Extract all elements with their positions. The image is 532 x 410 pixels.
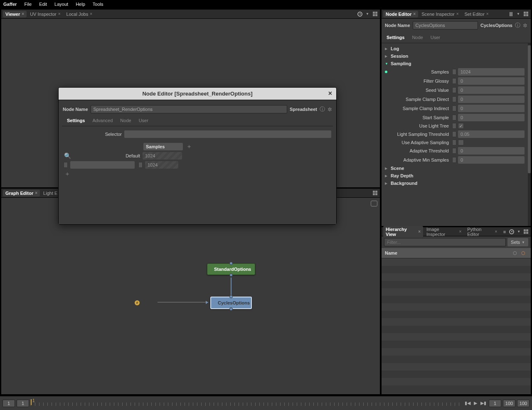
- tab-graph-editor[interactable]: Graph Editor×: [3, 190, 40, 196]
- param-enable[interactable]: [452, 157, 456, 163]
- row-cell[interactable]: 1024: [145, 161, 178, 169]
- row-enable[interactable]: [64, 162, 68, 168]
- section-scene[interactable]: ▶Scene: [383, 164, 525, 172]
- cell-enable[interactable]: [138, 162, 143, 168]
- param-input[interactable]: 0: [458, 156, 525, 164]
- dropdown-icon[interactable]: ▼: [516, 228, 522, 235]
- subtab-node[interactable]: Node: [119, 117, 132, 124]
- param-input[interactable]: 0: [458, 96, 525, 103]
- param-enable[interactable]: [452, 87, 456, 93]
- tab-uv-inspector[interactable]: UV Inspector×: [27, 11, 63, 17]
- row-name-input[interactable]: [70, 161, 135, 169]
- menu-tools[interactable]: Tools: [93, 2, 103, 7]
- timeline-track[interactable]: [31, 399, 462, 408]
- frame-start-input[interactable]: [2, 400, 15, 407]
- param-checkbox[interactable]: [458, 140, 464, 145]
- graph-canvas[interactable]: StandardOptions CyclesOptions #: [1, 198, 380, 394]
- param-enable[interactable]: [452, 131, 456, 137]
- tab-set-editor[interactable]: Set Editor×: [462, 11, 491, 17]
- close-icon[interactable]: ×: [35, 191, 37, 195]
- close-icon[interactable]: ×: [413, 12, 416, 16]
- subtab-user[interactable]: User: [430, 34, 441, 41]
- frame-end-input[interactable]: [503, 400, 515, 407]
- close-icon[interactable]: ×: [456, 12, 459, 16]
- column-name[interactable]: Name: [385, 250, 511, 255]
- subtab-advanced[interactable]: Advanced: [91, 117, 113, 124]
- param-enable[interactable]: [452, 96, 456, 102]
- layout-icon[interactable]: [372, 190, 378, 196]
- subtab-user[interactable]: User: [138, 117, 149, 124]
- param-checkbox[interactable]: ✓: [458, 123, 464, 129]
- dialog-title[interactable]: Node Editor [Spreadsheet_RenderOptions] …: [59, 88, 336, 100]
- selector-input[interactable]: [124, 130, 331, 138]
- param-input[interactable]: 0: [458, 86, 525, 94]
- param-enable[interactable]: [452, 115, 456, 120]
- close-icon[interactable]: ×: [22, 12, 24, 16]
- param-input[interactable]: 0: [458, 77, 525, 85]
- frame-current-input[interactable]: [17, 400, 29, 407]
- frame-in-input[interactable]: [489, 400, 501, 407]
- tab-light-editor[interactable]: Light E: [41, 190, 60, 196]
- menu-edit[interactable]: Edit: [39, 2, 47, 7]
- node-cycles-options[interactable]: CyclesOptions #: [210, 297, 252, 309]
- geometry-icon[interactable]: ⬡: [511, 250, 519, 256]
- section-ray-depth[interactable]: ▶Ray Depth: [383, 172, 525, 179]
- collapse-icon[interactable]: [507, 11, 514, 17]
- param-input[interactable]: 0: [458, 105, 525, 112]
- target-icon[interactable]: [357, 11, 363, 17]
- dropdown-icon[interactable]: ▼: [364, 11, 371, 17]
- section-background[interactable]: ▶Background: [383, 179, 525, 187]
- gear-icon[interactable]: ✲: [523, 22, 527, 29]
- param-input[interactable]: 0.05: [458, 130, 525, 138]
- menu-file[interactable]: File: [24, 2, 32, 7]
- close-icon[interactable]: ×: [486, 12, 489, 16]
- menu-layout[interactable]: Layout: [54, 2, 68, 7]
- layout-icon[interactable]: [372, 11, 378, 17]
- menu-help[interactable]: Help: [76, 2, 85, 7]
- frame-out-input[interactable]: [517, 400, 530, 407]
- param-input[interactable]: 0: [458, 114, 525, 121]
- close-icon[interactable]: ×: [418, 229, 421, 234]
- param-enable[interactable]: [452, 148, 456, 154]
- section-session[interactable]: ▶Session: [383, 52, 525, 60]
- visibility-icon[interactable]: ⬡: [519, 250, 527, 256]
- sets-dropdown[interactable]: Sets▼: [507, 238, 528, 246]
- param-input[interactable]: 1024: [458, 68, 525, 76]
- param-enable[interactable]: [452, 69, 456, 75]
- close-icon[interactable]: ×: [495, 229, 497, 234]
- tab-local-jobs[interactable]: Local Jobs×: [64, 11, 95, 17]
- search-icon[interactable]: 🔍: [64, 152, 71, 159]
- close-icon[interactable]: ×: [328, 90, 332, 97]
- node-standard-options[interactable]: StandardOptions: [207, 263, 255, 275]
- add-column-icon[interactable]: ＋: [185, 143, 193, 150]
- column-header-samples[interactable]: Samples: [143, 143, 183, 150]
- layout-icon[interactable]: [522, 11, 529, 17]
- param-enable[interactable]: [452, 78, 456, 84]
- subtab-node[interactable]: Node: [411, 34, 424, 41]
- close-icon[interactable]: ×: [90, 12, 92, 16]
- skip-back-icon[interactable]: ▮◀: [464, 400, 471, 406]
- gear-icon[interactable]: ✲: [328, 106, 332, 113]
- tab-hierarchy-view[interactable]: Hierarchy View×: [383, 226, 423, 238]
- section-sampling[interactable]: ▼Sampling: [383, 60, 525, 67]
- tab-image-inspector[interactable]: Image Inspector×: [424, 226, 464, 238]
- add-row-icon[interactable]: ＋: [64, 170, 71, 178]
- hierarchy-list[interactable]: [382, 258, 531, 394]
- param-enable[interactable]: [452, 106, 456, 111]
- list-icon[interactable]: ≡: [501, 228, 507, 235]
- skip-fwd-icon[interactable]: ▶▮: [480, 400, 487, 406]
- close-icon[interactable]: ×: [58, 12, 61, 16]
- tab-python-editor[interactable]: Python Editor×: [465, 226, 500, 238]
- default-cell[interactable]: 1024: [143, 152, 182, 160]
- section-log[interactable]: ▶Log: [383, 45, 525, 52]
- playhead[interactable]: [31, 399, 32, 405]
- param-input[interactable]: 0: [458, 147, 525, 155]
- close-icon[interactable]: ×: [459, 229, 461, 234]
- dropdown-icon[interactable]: ▼: [515, 11, 522, 17]
- node-name-input[interactable]: [91, 105, 287, 113]
- param-enable[interactable]: [452, 140, 456, 145]
- tab-scene-inspector[interactable]: Scene Inspector×: [419, 11, 461, 17]
- subtab-settings[interactable]: Settings: [66, 117, 86, 124]
- tab-node-editor[interactable]: Node Editor×: [383, 11, 418, 17]
- info-icon[interactable]: ⓘ: [515, 22, 520, 29]
